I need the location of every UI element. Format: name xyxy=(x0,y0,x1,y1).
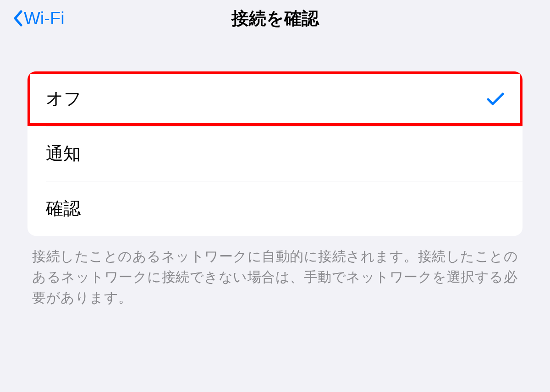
back-label: Wi-Fi xyxy=(24,9,65,28)
option-off[interactable]: オフ xyxy=(28,71,522,126)
option-confirm[interactable]: 確認 xyxy=(28,181,522,236)
navigation-header: Wi-Fi 接続を確認 xyxy=(0,0,550,37)
option-notify[interactable]: 通知 xyxy=(28,126,522,181)
option-label: 確認 xyxy=(46,197,81,220)
checkmark-icon xyxy=(487,90,504,108)
footer-description: 接続したことのあるネットワークに自動的に接続されます。接続したことのあるネットワ… xyxy=(32,246,518,308)
back-button[interactable]: Wi-Fi xyxy=(13,9,65,28)
page-title: 接続を確認 xyxy=(231,7,319,30)
option-label: オフ xyxy=(46,87,82,110)
chevron-left-icon xyxy=(13,10,23,27)
option-label: 通知 xyxy=(46,142,81,165)
options-group: オフ 通知 確認 xyxy=(28,71,522,236)
